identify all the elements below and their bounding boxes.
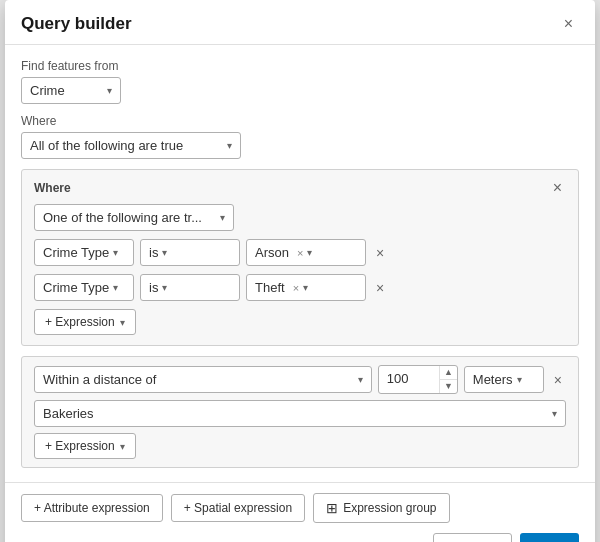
spatial-chevron: ▾	[358, 374, 363, 385]
expression-group-label: Expression group	[343, 501, 436, 515]
cond-val-text-0: Arson	[255, 245, 289, 260]
dialog-body: Find features from Crime ▾ Where All of …	[5, 45, 595, 482]
distance-arrows: ▲ ▼	[439, 366, 457, 393]
cond-field-chevron-0: ▾	[113, 247, 118, 258]
where-inner-header: Where ×	[34, 180, 566, 196]
where-inner-add-expr-button[interactable]: + Expression ▾	[34, 309, 136, 335]
cond-val-chevron-0: ▾	[307, 247, 312, 258]
expression-group-button[interactable]: ⊞ Expression group	[313, 493, 449, 523]
cond-val-0[interactable]: Arson × ▾	[246, 239, 366, 266]
where-inner-sub-value: One of the following are tr...	[43, 210, 202, 225]
find-features-select[interactable]: Crime ▾	[21, 77, 121, 104]
spatial-label-text: Within a distance of	[43, 372, 156, 387]
cond-field-value-0: Crime Type	[43, 245, 109, 260]
unit-select[interactable]: Meters ▾	[464, 366, 544, 393]
dialog-footer: + Attribute expression + Spatial express…	[5, 482, 595, 542]
find-features-label: Find features from	[21, 59, 579, 73]
spatial-expression-label: + Spatial expression	[184, 501, 292, 515]
where-inner-add-expr-label: + Expression	[45, 315, 115, 329]
where-outer-section: Where All of the following are true ▾	[21, 114, 579, 159]
attr-expression-button[interactable]: + Attribute expression	[21, 494, 163, 522]
cond-val-text-1: Theft	[255, 280, 285, 295]
cond-val-x-0[interactable]: ×	[297, 247, 303, 259]
spatial-add-expr-chevron: ▾	[120, 441, 125, 452]
spatial-expression-button[interactable]: + Spatial expression	[171, 494, 305, 522]
cond-val-1[interactable]: Theft × ▾	[246, 274, 366, 301]
spatial-section: Within a distance of ▾ 100 ▲ ▼ Meters ▾ …	[21, 356, 579, 468]
cond-val-chevron-1: ▾	[303, 282, 308, 293]
spatial-row: Within a distance of ▾ 100 ▲ ▼ Meters ▾ …	[34, 365, 566, 394]
where-outer-chevron: ▾	[227, 140, 232, 151]
cond-op-1[interactable]: is ▾	[140, 274, 240, 301]
find-features-chevron: ▾	[107, 85, 112, 96]
cond-op-chevron-1: ▾	[162, 282, 167, 293]
expression-group-icon: ⊞	[326, 500, 338, 516]
add-button[interactable]: Add	[520, 533, 579, 542]
find-features-section: Find features from Crime ▾	[21, 59, 579, 104]
query-builder-dialog: Query builder × Find features from Crime…	[5, 0, 595, 542]
cond-field-1[interactable]: Crime Type ▾	[34, 274, 134, 301]
spatial-add-expr-label: + Expression	[45, 439, 115, 453]
where-inner-sub-select[interactable]: One of the following are tr... ▾	[34, 204, 234, 231]
attr-expression-label: + Attribute expression	[34, 501, 150, 515]
cond-field-chevron-1: ▾	[113, 282, 118, 293]
distance-value: 100	[379, 366, 439, 393]
close-button[interactable]: ×	[558, 14, 579, 34]
where-inner-label: Where	[34, 181, 71, 195]
unit-chevron: ▾	[517, 374, 522, 385]
dialog-title: Query builder	[21, 14, 132, 34]
where-inner-sub-select-row: One of the following are tr... ▾	[34, 204, 566, 231]
cond-op-0[interactable]: is ▾	[140, 239, 240, 266]
bakeries-chevron: ▾	[552, 408, 557, 419]
cond-op-value-1: is	[149, 280, 158, 295]
spatial-remove[interactable]: ×	[550, 372, 566, 388]
where-outer-label: Where	[21, 114, 579, 128]
spatial-label[interactable]: Within a distance of ▾	[34, 366, 372, 393]
condition-row-1: Crime Type ▾ is ▾ Theft × ▾ ×	[34, 274, 566, 301]
dialog-header: Query builder ×	[5, 0, 595, 45]
cond-row-remove-0[interactable]: ×	[372, 245, 388, 261]
unit-value: Meters	[473, 372, 513, 387]
where-inner-section: Where × One of the following are tr... ▾…	[21, 169, 579, 346]
bakeries-label: Bakeries	[43, 406, 94, 421]
where-outer-value: All of the following are true	[30, 138, 183, 153]
distance-down-arrow[interactable]: ▼	[440, 380, 457, 393]
spatial-add-expr-button[interactable]: + Expression ▾	[34, 433, 136, 459]
cond-row-remove-1[interactable]: ×	[372, 280, 388, 296]
cond-op-value-0: is	[149, 245, 158, 260]
find-features-value: Crime	[30, 83, 65, 98]
where-outer-select[interactable]: All of the following are true ▾	[21, 132, 241, 159]
footer-actions: Cancel Add	[21, 533, 579, 542]
cond-field-value-1: Crime Type	[43, 280, 109, 295]
footer-add-row: + Attribute expression + Spatial express…	[21, 493, 579, 523]
cancel-button[interactable]: Cancel	[433, 533, 511, 542]
where-inner-add-expr-chevron: ▾	[120, 317, 125, 328]
distance-up-arrow[interactable]: ▲	[440, 366, 457, 380]
where-inner-sub-chevron: ▾	[220, 212, 225, 223]
bakeries-select[interactable]: Bakeries ▾	[34, 400, 566, 427]
cond-field-0[interactable]: Crime Type ▾	[34, 239, 134, 266]
where-inner-remove[interactable]: ×	[549, 180, 566, 196]
cond-op-chevron-0: ▾	[162, 247, 167, 258]
condition-row-0: Crime Type ▾ is ▾ Arson × ▾ ×	[34, 239, 566, 266]
cond-val-x-1[interactable]: ×	[293, 282, 299, 294]
distance-input[interactable]: 100 ▲ ▼	[378, 365, 458, 394]
